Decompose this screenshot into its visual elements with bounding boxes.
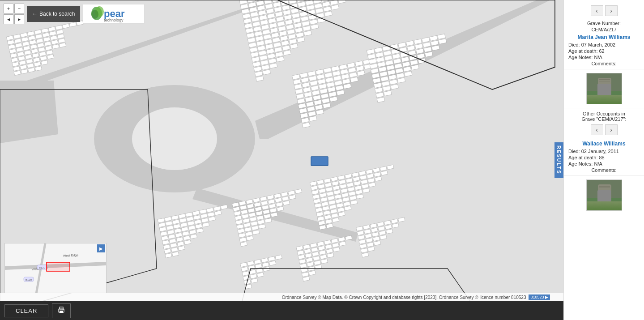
result-1-photo-svg [587,73,622,104]
svg-point-3 [132,107,217,170]
bottom-bar: CLEAR [0,301,563,320]
back-label: Back to search [39,11,75,17]
result-2-photo-container [564,176,644,214]
nav-controls: + − ◀ ▶ [4,4,24,24]
back-to-search-button[interactable]: ← Back to search [27,6,80,22]
svg-text:B120: B120 [26,278,32,281]
print-icon [58,307,65,314]
result-2-photo[interactable] [586,179,622,211]
result-2-name[interactable]: Wallace Williams [568,141,640,147]
svg-rect-662 [47,262,70,271]
svg-rect-679 [599,186,610,187]
grave-number-value: CEM/A/217 [568,27,640,32]
move-left-button[interactable]: ◀ [4,14,13,24]
zoom-in-button[interactable]: + [4,4,13,13]
result-2-age-notes: Age Notes: N/A [568,161,640,166]
result-1-comments-label: Comments: [568,61,640,66]
result-2-died: Died: 02 January, 2011 [568,149,640,154]
results-tab-toggle[interactable]: RESULTS [554,142,563,178]
result-1-died: Died: 07 March, 2002 [568,42,640,47]
occupants-prev-button[interactable]: ‹ [591,124,603,135]
svg-rect-680 [599,188,610,188]
svg-rect-670 [599,79,610,80]
results-next-button[interactable]: › [605,5,618,16]
svg-point-672 [593,96,598,100]
result-2-comments-label: Comments: [568,167,640,173]
minimap-expand-button[interactable]: ▶ [97,244,105,252]
svg-rect-668 [587,91,622,104]
svg-rect-671 [599,81,610,81]
other-occupants-line2: Grave "CEM/A/217": [568,116,640,122]
other-occupants-line1: Other Occupants in [568,111,640,116]
svg-text:B120: B120 [39,266,46,269]
result-2-age: Age at death: 88 [568,155,640,160]
result-1-photo-container [564,69,644,108]
pear-logo: pear technology [87,5,141,22]
attribution-text: Ordnance Survey ® Map Data. © Crown Copy… [282,295,526,300]
print-button[interactable] [52,303,71,318]
attribution-link[interactable]: 810523 ▶ [529,294,550,300]
svg-rect-678 [598,184,611,203]
zoom-out-button[interactable]: − [14,4,24,13]
svg-point-666 [63,309,64,310]
svg-rect-677 [587,198,622,211]
result-2-section: Wallace Williams Died: 02 January, 2011 … [564,137,644,176]
occupants-nav: ‹ › [564,124,644,135]
toolbar: + − ◀ ▶ ← Back to search pear technology [4,4,145,24]
result-1-age-notes: Age Notes: N/A [568,55,640,60]
results-tab-label: RESULTS [556,145,562,175]
logo-container: pear technology [83,4,145,24]
svg-marker-6 [0,81,58,143]
results-top-nav: ‹ › [564,5,644,16]
minimap-svg: Wallace Rd West Edge B120 B120 [5,243,107,293]
result-1-photo[interactable] [586,73,622,104]
result-2-photo-svg [587,180,622,211]
svg-point-683 [607,202,611,207]
grave-number-label: Grave Number: [568,21,640,26]
svg-rect-373 [311,157,328,166]
svg-point-684 [613,205,616,207]
result-1-section: Grave Number: CEM/A/217 Marita Jean Will… [564,18,644,69]
svg-point-681 [593,202,598,207]
map-container[interactable]: + − ◀ ▶ ← Back to search pear technology [0,0,563,320]
svg-point-673 [601,98,604,101]
minimap: Wallace Rd West Edge B120 B120 ▶ [4,243,107,293]
result-1-name[interactable]: Marita Jean Williams [568,34,640,40]
results-panel: ‹ › Grave Number: CEM/A/217 Marita Jean … [563,0,644,320]
svg-point-674 [607,96,611,100]
svg-point-650 [91,10,98,19]
back-arrow-icon: ← [32,11,38,17]
svg-point-675 [613,98,616,101]
occupants-next-button[interactable]: › [605,124,618,135]
svg-rect-664 [60,311,63,313]
svg-point-682 [601,204,604,208]
svg-text:technology: technology [104,18,124,22]
other-occupants-title: Other Occupants in Grave "CEM/A/217": [564,108,644,123]
result-1-age: Age at death: 62 [568,48,640,54]
attribution: Ordnance Survey ® Map Data. © Crown Copy… [0,293,563,301]
clear-button[interactable]: CLEAR [4,304,48,317]
results-prev-button[interactable]: ‹ [591,5,603,16]
svg-rect-669 [598,78,611,97]
move-right-button[interactable]: ▶ [14,14,24,24]
